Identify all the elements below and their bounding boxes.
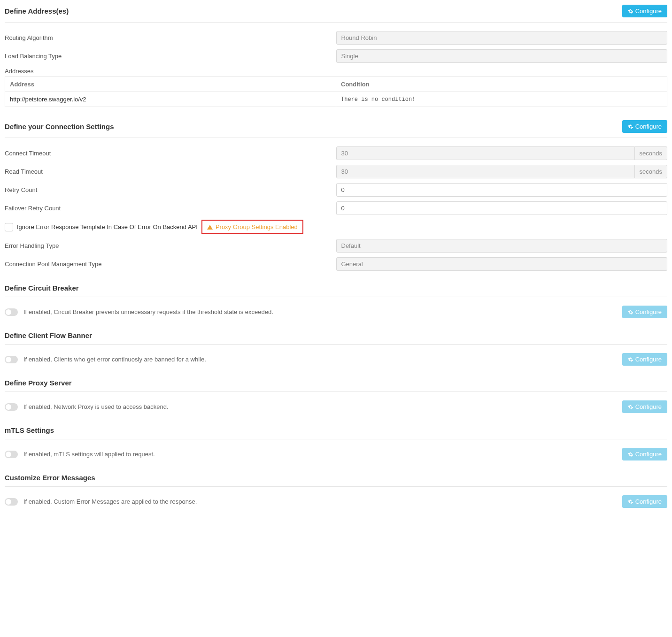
table-header-address: Address bbox=[5, 77, 336, 92]
field-label: Read Timeout bbox=[5, 168, 336, 175]
gear-icon bbox=[628, 499, 633, 505]
cell-address: http://petstore.swagger.io/v2 bbox=[5, 92, 336, 107]
section-header: Define your Connection Settings Configur… bbox=[5, 120, 667, 138]
button-label: Configure bbox=[635, 8, 662, 15]
toggle-description: If enabled, Circuit Breaker prevents unn… bbox=[23, 308, 273, 315]
unit-label: seconds bbox=[635, 165, 667, 178]
section-header: Customize Error Messages bbox=[5, 474, 667, 487]
section-header: Define Proxy Server bbox=[5, 379, 667, 392]
row-routing-algorithm: Routing Algorithm Round Robin bbox=[5, 31, 667, 45]
button-label: Configure bbox=[635, 356, 662, 363]
field-label: Connect Timeout bbox=[5, 150, 336, 157]
gear-icon bbox=[628, 309, 633, 315]
error-handling-value: Default bbox=[336, 239, 668, 253]
section-addresses: Define Address(es) Configure Routing Alg… bbox=[5, 5, 667, 107]
circuit-breaker-toggle[interactable] bbox=[5, 308, 18, 316]
field-label: Connection Pool Management Type bbox=[5, 261, 336, 268]
configure-client-flow-button[interactable]: Configure bbox=[622, 353, 667, 366]
mtls-toggle[interactable] bbox=[5, 451, 18, 458]
row-failover-retry: Failover Retry Count bbox=[5, 201, 667, 215]
cell-condition: There is no condition! bbox=[336, 92, 667, 107]
gear-icon bbox=[628, 8, 633, 14]
section-header: mTLS Settings bbox=[5, 426, 667, 439]
section-circuit-breaker: Define Circuit Breaker If enabled, Circu… bbox=[5, 284, 667, 318]
row-load-balancing: Load Balancing Type Single bbox=[5, 49, 667, 63]
badge-text: Proxy Group Settings Enabled bbox=[216, 223, 298, 230]
toggle-row: If enabled, mTLS settings will applied t… bbox=[5, 448, 667, 460]
retry-count-input[interactable] bbox=[336, 183, 668, 197]
field-label: Addresses bbox=[5, 68, 667, 75]
load-balancing-value: Single bbox=[336, 49, 668, 63]
section-title: mTLS Settings bbox=[5, 426, 54, 434]
row-error-handling: Error Handling Type Default bbox=[5, 239, 667, 253]
proxy-server-toggle[interactable] bbox=[5, 403, 18, 411]
proxy-group-badge: Proxy Group Settings Enabled bbox=[201, 220, 303, 234]
row-retry-count: Retry Count bbox=[5, 183, 667, 197]
section-connection: Define your Connection Settings Configur… bbox=[5, 120, 667, 271]
section-header: Define Address(es) Configure bbox=[5, 5, 667, 23]
row-ignore-error: Ignore Error Response Template In Case O… bbox=[5, 220, 667, 234]
toggle-row: If enabled, Network Proxy is used to acc… bbox=[5, 400, 667, 413]
toggle-description: If enabled, mTLS settings will applied t… bbox=[23, 451, 155, 458]
toggle-row: If enabled, Clients who get error contin… bbox=[5, 353, 667, 366]
configure-proxy-server-button[interactable]: Configure bbox=[622, 400, 667, 413]
configure-connection-button[interactable]: Configure bbox=[622, 120, 667, 133]
section-custom-errors: Customize Error Messages If enabled, Cus… bbox=[5, 474, 667, 508]
section-mtls: mTLS Settings If enabled, mTLS settings … bbox=[5, 426, 667, 460]
configure-custom-errors-button[interactable]: Configure bbox=[622, 495, 667, 508]
section-title: Define Circuit Breaker bbox=[5, 284, 79, 292]
section-title: Customize Error Messages bbox=[5, 474, 95, 482]
gear-icon bbox=[628, 404, 633, 410]
connect-timeout-value: 30 bbox=[336, 146, 635, 160]
table-row: http://petstore.swagger.io/v2 There is n… bbox=[5, 92, 667, 107]
toggle-description: If enabled, Network Proxy is used to acc… bbox=[23, 403, 169, 410]
field-label: Retry Count bbox=[5, 186, 336, 193]
addresses-table: Address Condition http://petstore.swagge… bbox=[5, 77, 667, 107]
configure-addresses-button[interactable]: Configure bbox=[622, 5, 667, 17]
toggle-description: If enabled, Clients who get error contin… bbox=[23, 356, 206, 363]
field-label: Error Handling Type bbox=[5, 242, 336, 249]
section-title: Define Address(es) bbox=[5, 7, 69, 15]
field-label: Failover Retry Count bbox=[5, 205, 336, 212]
section-title: Define Proxy Server bbox=[5, 379, 72, 387]
custom-errors-toggle[interactable] bbox=[5, 498, 18, 506]
button-label: Configure bbox=[635, 451, 662, 458]
warning-icon bbox=[207, 225, 213, 230]
ignore-error-checkbox[interactable] bbox=[5, 223, 13, 231]
toggle-description: If enabled, Custom Error Messages are ap… bbox=[23, 498, 197, 505]
unit-label: seconds bbox=[635, 146, 667, 160]
client-flow-toggle[interactable] bbox=[5, 356, 18, 363]
checkbox-label: Ignore Error Response Template In Case O… bbox=[17, 223, 198, 230]
failover-retry-input[interactable] bbox=[336, 201, 668, 215]
row-connect-timeout: Connect Timeout 30 seconds bbox=[5, 146, 667, 160]
field-label: Load Balancing Type bbox=[5, 53, 336, 60]
row-read-timeout: Read Timeout 30 seconds bbox=[5, 165, 667, 178]
section-title: Define your Connection Settings bbox=[5, 123, 114, 130]
read-timeout-value: 30 bbox=[336, 165, 635, 178]
field-label: Routing Algorithm bbox=[5, 34, 336, 41]
button-label: Configure bbox=[635, 308, 662, 315]
gear-icon bbox=[628, 357, 633, 362]
section-title: Define Client Flow Banner bbox=[5, 331, 92, 339]
button-label: Configure bbox=[635, 498, 662, 505]
section-header: Define Circuit Breaker bbox=[5, 284, 667, 297]
section-proxy-server: Define Proxy Server If enabled, Network … bbox=[5, 379, 667, 413]
gear-icon bbox=[628, 452, 633, 457]
configure-mtls-button[interactable]: Configure bbox=[622, 448, 667, 460]
table-header-condition: Condition bbox=[336, 77, 667, 92]
toggle-row: If enabled, Custom Error Messages are ap… bbox=[5, 495, 667, 508]
routing-algorithm-value: Round Robin bbox=[336, 31, 668, 45]
gear-icon bbox=[628, 124, 633, 130]
addresses-table-wrapper: Addresses Address Condition http://petst… bbox=[5, 68, 667, 107]
section-header: Define Client Flow Banner bbox=[5, 331, 667, 345]
toggle-row: If enabled, Circuit Breaker prevents unn… bbox=[5, 306, 667, 318]
section-client-flow: Define Client Flow Banner If enabled, Cl… bbox=[5, 331, 667, 366]
row-pool-mgmt: Connection Pool Management Type General bbox=[5, 257, 667, 271]
button-label: Configure bbox=[635, 123, 662, 130]
button-label: Configure bbox=[635, 403, 662, 410]
pool-mgmt-value: General bbox=[336, 257, 668, 271]
configure-circuit-breaker-button[interactable]: Configure bbox=[622, 306, 667, 318]
